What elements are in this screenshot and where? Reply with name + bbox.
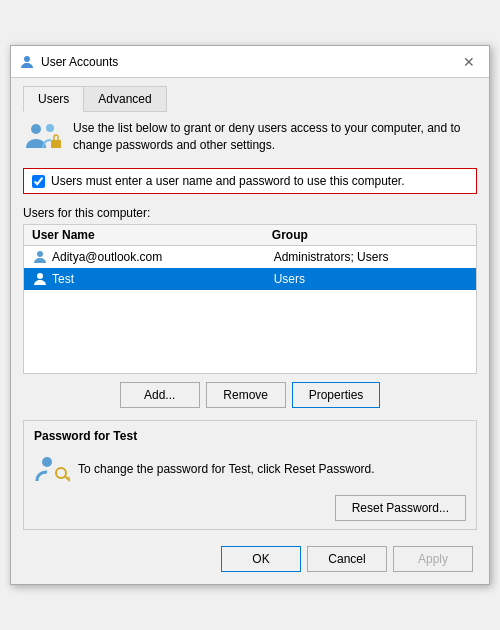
- user-accounts-window: User Accounts ✕ Users Advanced Use the: [10, 45, 490, 585]
- password-section: Password for Test To change the password…: [23, 420, 477, 530]
- row-username: Aditya@outlook.com: [52, 250, 270, 264]
- svg-point-5: [37, 273, 43, 279]
- svg-point-2: [46, 124, 54, 132]
- window-icon: [19, 54, 35, 70]
- tab-advanced[interactable]: Advanced: [83, 86, 166, 112]
- row-group: Administrators; Users: [274, 250, 468, 264]
- close-button[interactable]: ✕: [457, 50, 481, 74]
- password-content: To change the password for Test, click R…: [34, 451, 466, 487]
- cancel-button[interactable]: Cancel: [307, 546, 387, 572]
- user-icon: [32, 271, 48, 287]
- svg-point-4: [37, 251, 43, 257]
- table-row[interactable]: Aditya@outlook.com Administrators; Users: [24, 246, 476, 268]
- add-button[interactable]: Add...: [120, 382, 200, 408]
- window-content: Users Advanced Use the list below to gra…: [11, 78, 489, 584]
- checkbox-label[interactable]: Users must enter a user name and passwor…: [51, 174, 405, 188]
- svg-point-6: [42, 457, 52, 467]
- action-buttons: Add... Remove Properties: [23, 382, 477, 408]
- require-password-checkbox[interactable]: [32, 175, 45, 188]
- svg-rect-3: [51, 140, 61, 148]
- info-users-icon: [23, 120, 63, 156]
- ok-button[interactable]: OK: [221, 546, 301, 572]
- bottom-buttons: OK Cancel Apply: [23, 546, 477, 572]
- tabs-row: Users Advanced: [23, 86, 477, 112]
- title-bar-text: User Accounts: [19, 54, 118, 70]
- row-group: Users: [274, 272, 468, 286]
- apply-button[interactable]: Apply: [393, 546, 473, 572]
- col-header-group: Group: [272, 228, 468, 242]
- title-bar-controls: ✕: [457, 50, 481, 74]
- svg-point-0: [24, 56, 30, 62]
- table-header: User Name Group: [24, 225, 476, 246]
- table-row[interactable]: Test Users: [24, 268, 476, 290]
- password-section-title: Password for Test: [34, 429, 466, 443]
- user-icon: [32, 249, 48, 265]
- svg-line-9: [68, 477, 70, 479]
- properties-button[interactable]: Properties: [292, 382, 381, 408]
- row-username: Test: [52, 272, 270, 286]
- window-title: User Accounts: [41, 55, 118, 69]
- reset-password-button[interactable]: Reset Password...: [335, 495, 466, 521]
- reset-btn-wrapper: Reset Password...: [34, 495, 466, 521]
- tab-users[interactable]: Users: [23, 86, 84, 112]
- title-bar: User Accounts ✕: [11, 46, 489, 78]
- users-section-label: Users for this computer:: [23, 206, 477, 220]
- remove-button[interactable]: Remove: [206, 382, 286, 408]
- info-section: Use the list below to grant or deny user…: [23, 120, 477, 156]
- svg-point-1: [31, 124, 41, 134]
- col-header-username: User Name: [32, 228, 272, 242]
- info-text: Use the list below to grant or deny user…: [73, 120, 477, 154]
- checkbox-row[interactable]: Users must enter a user name and passwor…: [23, 168, 477, 194]
- password-text: To change the password for Test, click R…: [78, 461, 466, 478]
- users-table: User Name Group Aditya@outlook.com Admin…: [23, 224, 477, 374]
- password-icon: [34, 451, 70, 487]
